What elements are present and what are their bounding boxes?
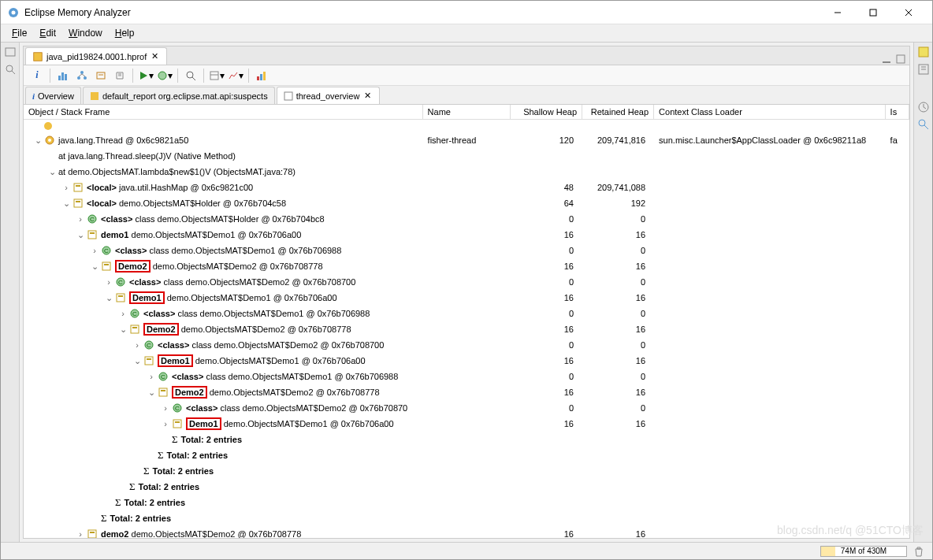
inspector-icon[interactable]: [4, 63, 17, 76]
tab-default-report[interactable]: default_report org.eclipse.mat.api:suspe…: [83, 87, 275, 104]
table-row[interactable]: ›Demo1 demo.ObjectsMAT$Demo1 @ 0x76b706a…: [24, 416, 909, 432]
twister-icon[interactable]: ›: [104, 277, 113, 287]
table-row[interactable]: ΣTotal: 2 entries: [24, 447, 909, 463]
open-heap-icon[interactable]: [4, 46, 17, 58]
twister-icon[interactable]: ⌄: [147, 388, 156, 397]
table-row[interactable]: ⌄<local> demo.ObjectsMAT$Holder @ 0x76b7…: [24, 195, 909, 211]
svg-rect-46: [102, 262, 110, 270]
menu-edit[interactable]: Edit: [35, 26, 61, 40]
table-row[interactable]: ΣTotal: 2 entries: [24, 495, 909, 510]
svg-point-1: [12, 10, 16, 14]
col-loader[interactable]: Context Class Loader: [654, 105, 886, 120]
col-name[interactable]: Name: [422, 105, 510, 120]
table-row[interactable]: ⌄Demo2 demo.ObjectsMAT$Demo2 @ 0x76b7087…: [24, 384, 909, 400]
twister-icon[interactable]: ⌄: [104, 293, 113, 302]
table-row[interactable]: ›C<class> class demo.ObjectsMAT$Demo2 @ …: [24, 274, 909, 290]
table-row[interactable]: ⌄Demo2 demo.ObjectsMAT$Demo2 @ 0x76b7087…: [24, 258, 909, 274]
export-icon[interactable]: [253, 67, 270, 84]
history-icon[interactable]: [917, 101, 930, 113]
table-row[interactable]: ⌄Demo2 demo.ObjectsMAT$Demo2 @ 0x76b7087…: [24, 321, 909, 337]
table-row[interactable]: ⌄demo1 demo.ObjectsMAT$Demo1 @ 0x76b706a…: [24, 227, 909, 243]
twister-icon[interactable]: ›: [132, 340, 142, 350]
table-row[interactable]: ›C<class> class demo.ObjectsMAT$Demo1 @ …: [24, 306, 909, 321]
table-row[interactable]: ›C<class> class demo.ObjectsMAT$Demo2 @ …: [24, 400, 909, 416]
twister-icon[interactable]: ›: [76, 529, 85, 538]
twister-icon[interactable]: ⌄: [132, 356, 142, 365]
twister-icon[interactable]: ›: [61, 183, 71, 192]
table-row[interactable]: ›demo2 demo.ObjectsMAT$Demo2 @ 0x76b7087…: [24, 526, 909, 538]
gc-icon[interactable]: [913, 546, 924, 557]
svg-rect-11: [897, 55, 905, 63]
heap-indicator[interactable]: 74M of 430M: [820, 546, 907, 557]
editor-tab-close[interactable]: ✕: [150, 51, 160, 61]
cell-name: [422, 180, 510, 195]
twister-icon[interactable]: ⌄: [90, 261, 99, 271]
twister-icon[interactable]: ›: [118, 309, 128, 318]
filter-row[interactable]: [24, 120, 909, 133]
table-row[interactable]: ΣTotal: 2 entries: [24, 463, 909, 479]
svg-rect-72: [919, 47, 928, 57]
editor-tab-hprof[interactable]: java_pid19824.0001.hprof ✕: [25, 47, 167, 65]
menu-help[interactable]: Help: [110, 26, 139, 40]
thread-icon[interactable]: [111, 67, 128, 84]
twister-icon[interactable]: ⌄: [47, 167, 57, 176]
table-row[interactable]: ΣTotal: 2 entries: [24, 432, 909, 447]
cell-is: [885, 510, 909, 526]
tab-close[interactable]: ✕: [362, 91, 373, 101]
svg-text:C: C: [104, 247, 109, 254]
minimize-button[interactable]: [820, 2, 855, 24]
find-icon[interactable]: [182, 67, 199, 84]
cell-is: [885, 211, 909, 227]
chart-icon[interactable]: ▾: [227, 67, 244, 84]
twister-icon[interactable]: ⌄: [118, 325, 128, 334]
row-label: Demo1 demo.ObjectsMAT$Demo1 @ 0x76b706a0…: [129, 291, 337, 305]
twister-icon[interactable]: ›: [147, 372, 156, 381]
twister-icon[interactable]: ⌄: [61, 198, 71, 208]
table-row[interactable]: ⌄Demo1 demo.ObjectsMAT$Demo1 @ 0x76b706a…: [24, 290, 909, 306]
table-row[interactable]: ⌄at demo.ObjectsMAT.lambda$new$1()V (Obj…: [24, 164, 909, 180]
col-retained[interactable]: Retained Heap: [582, 105, 654, 120]
table-row[interactable]: ›C<class> class demo.ObjectsMAT$Demo2 @ …: [24, 337, 909, 353]
navigation-icon[interactable]: [917, 63, 930, 76]
menu-window[interactable]: Window: [64, 26, 107, 40]
maximize-view-icon[interactable]: [895, 54, 906, 65]
cell-is: [885, 384, 909, 400]
col-object[interactable]: Object / Stack Frame: [24, 105, 422, 120]
notes-icon[interactable]: [917, 46, 930, 58]
twister-icon[interactable]: ›: [90, 246, 99, 255]
run-report-icon[interactable]: ▾: [137, 67, 154, 84]
tab-overview[interactable]: i Overview: [25, 87, 81, 104]
table-row[interactable]: ⌄java.lang.Thread @ 0x6c9821a50 fisher-t…: [24, 132, 909, 148]
twister-icon[interactable]: ›: [161, 403, 170, 413]
table-row[interactable]: ΣTotal: 2 entries: [24, 479, 909, 495]
histogram-icon[interactable]: [54, 67, 72, 84]
col-shallow[interactable]: Shallow Heap: [510, 105, 582, 120]
table-row[interactable]: ⌄Demo1 demo.ObjectsMAT$Demo1 @ 0x76b706a…: [24, 353, 909, 369]
query-icon[interactable]: ▾: [156, 67, 173, 84]
twister-icon[interactable]: ⌄: [76, 230, 85, 239]
dominator-tree-icon[interactable]: [73, 67, 91, 84]
col-is[interactable]: Is: [885, 105, 909, 120]
cell-retained: 16: [582, 290, 654, 306]
tab-thread-overview[interactable]: thread_overview ✕: [277, 87, 381, 104]
table-row[interactable]: ›<local> java.util.HashMap @ 0x6c9821c00…: [24, 180, 909, 195]
close-button[interactable]: [890, 2, 926, 24]
editor-tab-label: java_pid19824.0001.hprof: [46, 52, 147, 61]
oql-icon[interactable]: [92, 67, 110, 84]
twister-icon[interactable]: ›: [76, 214, 85, 224]
menu-file[interactable]: File: [7, 26, 32, 40]
details-icon[interactable]: [917, 118, 930, 131]
tree-table[interactable]: Object / Stack Frame Name Shallow Heap R…: [24, 105, 909, 538]
maximize-button[interactable]: [855, 2, 890, 24]
twister-icon[interactable]: ⌄: [33, 135, 43, 145]
calculator-icon[interactable]: ▾: [208, 67, 225, 84]
minimize-view-icon[interactable]: [881, 54, 892, 65]
table-row[interactable]: ›C<class> class demo.ObjectsMAT$Holder @…: [24, 211, 909, 227]
cell-retained: [582, 164, 654, 180]
table-row[interactable]: ΣTotal: 2 entries: [24, 510, 909, 526]
table-row[interactable]: at java.lang.Thread.sleep(J)V (Native Me…: [24, 148, 909, 164]
table-row[interactable]: ›C<class> class demo.ObjectsMAT$Demo1 @ …: [24, 369, 909, 384]
info-icon[interactable]: i: [28, 67, 46, 84]
table-row[interactable]: ›C<class> class demo.ObjectsMAT$Demo1 @ …: [24, 243, 909, 258]
twister-icon[interactable]: ›: [161, 419, 170, 428]
